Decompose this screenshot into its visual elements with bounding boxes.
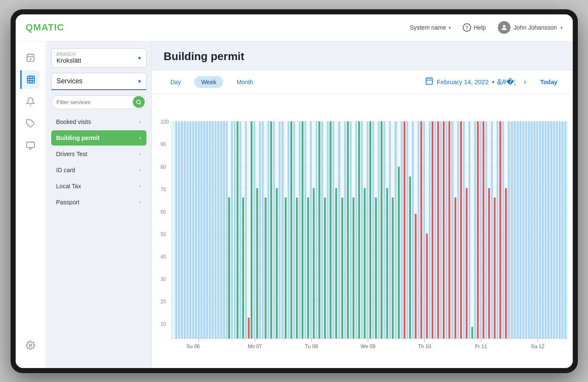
today-button[interactable]: Today — [537, 77, 560, 87]
branch-chevron-icon: ▾ — [138, 55, 141, 61]
svg-rect-65 — [234, 121, 235, 338]
branch-value: Krokslätt — [57, 57, 81, 64]
svg-rect-106 — [344, 121, 345, 338]
svg-rect-149 — [460, 121, 461, 338]
system-name-dropdown[interactable]: System name ▾ — [410, 24, 451, 31]
svg-rect-45 — [181, 121, 182, 338]
svg-rect-152 — [468, 121, 470, 338]
svg-rect-78 — [270, 121, 272, 338]
svg-rect-113 — [364, 188, 365, 338]
service-item-id-card[interactable]: ID card › — [51, 162, 146, 178]
user-menu[interactable]: John Johansson ▾ — [498, 21, 563, 34]
service-item-drivers-test[interactable]: Drivers Test › — [51, 146, 146, 162]
service-item-passport[interactable]: Passport › — [51, 195, 146, 210]
svg-rect-176 — [533, 121, 535, 338]
filter-search-button[interactable] — [133, 96, 145, 108]
svg-rect-142 — [442, 121, 444, 338]
svg-text:40: 40 — [160, 253, 166, 259]
svg-rect-168 — [511, 121, 513, 338]
svg-rect-138 — [431, 121, 433, 338]
svg-line-16 — [140, 103, 141, 104]
svg-text:Tu 08: Tu 08 — [305, 343, 318, 349]
branch-dropdown[interactable]: Branch Krokslätt ▾ — [51, 48, 146, 68]
calendar-icon — [425, 77, 433, 87]
service-label: Booked visits — [56, 118, 91, 125]
branch-label: Branch — [57, 52, 81, 57]
svg-rect-181 — [547, 121, 549, 338]
sidebar-item-bell[interactable] — [21, 92, 40, 111]
help-button[interactable]: ? Help — [463, 23, 486, 32]
sidebar-item-charts[interactable] — [20, 70, 40, 89]
svg-rect-97 — [321, 121, 323, 338]
service-chevron-icon: › — [140, 199, 141, 205]
svg-rect-95 — [315, 121, 317, 338]
svg-rect-170 — [516, 121, 518, 338]
sidebar-item-monitor[interactable] — [21, 136, 40, 155]
svg-rect-180 — [544, 121, 546, 338]
svg-rect-91 — [304, 121, 306, 338]
svg-rect-163 — [499, 121, 501, 338]
svg-rect-84 — [284, 197, 286, 338]
svg-rect-131 — [412, 121, 414, 338]
svg-rect-186 — [561, 121, 563, 338]
svg-rect-125 — [397, 121, 453, 338]
svg-rect-109 — [352, 197, 354, 338]
svg-rect-120 — [383, 121, 385, 338]
svg-rect-17 — [426, 78, 432, 84]
svg-rect-96 — [318, 121, 320, 338]
svg-rect-60 — [223, 121, 224, 338]
svg-rect-71 — [251, 121, 252, 338]
svg-rect-77 — [267, 121, 269, 338]
service-item-local-tax[interactable]: Local Tax › — [51, 179, 146, 194]
svg-rect-79 — [273, 121, 275, 338]
service-chevron-icon: › — [140, 135, 141, 141]
svg-rect-156 — [480, 121, 481, 338]
svg-rect-133 — [417, 121, 419, 338]
sidebar-item-tag[interactable] — [21, 114, 40, 133]
svg-text:90: 90 — [160, 141, 166, 147]
svg-rect-166 — [508, 121, 509, 338]
svg-rect-101 — [332, 121, 334, 338]
svg-text:Fr 11: Fr 11 — [475, 343, 487, 349]
svg-rect-140 — [437, 121, 439, 338]
service-label: ID card — [56, 167, 75, 173]
prev-period-button[interactable]: &#�; — [500, 75, 513, 89]
sidebar-item-calendar-check[interactable] — [21, 48, 40, 67]
service-chevron-icon: › — [140, 151, 141, 157]
svg-rect-85 — [287, 121, 289, 338]
svg-rect-55 — [209, 121, 210, 338]
svg-rect-43 — [175, 121, 177, 338]
next-period-button[interactable]: › — [518, 75, 532, 89]
page-title: Building permit — [164, 50, 561, 63]
svg-rect-112 — [361, 121, 362, 338]
svg-rect-57 — [214, 121, 216, 338]
svg-rect-135 — [423, 121, 425, 338]
svg-rect-89 — [298, 121, 300, 338]
services-dropdown[interactable]: Services ▾ — [51, 73, 146, 90]
svg-rect-157 — [482, 121, 484, 338]
svg-rect-169 — [513, 121, 515, 338]
svg-point-0 — [503, 25, 505, 27]
tab-week[interactable]: Week — [194, 76, 223, 88]
svg-rect-52 — [200, 121, 202, 338]
service-item-booked-visits[interactable]: Booked visits › — [51, 114, 146, 129]
service-label: Building permit — [56, 135, 100, 141]
tab-day[interactable]: Day — [164, 76, 188, 88]
svg-rect-118 — [378, 121, 379, 338]
date-picker[interactable]: February 14, 2022 ▾ — [425, 77, 495, 87]
tab-month[interactable]: Month — [230, 76, 260, 88]
service-item-building-permit[interactable]: Building permit › — [51, 130, 146, 146]
svg-rect-136 — [426, 234, 428, 339]
svg-rect-70 — [248, 317, 249, 338]
svg-rect-83 — [284, 121, 340, 338]
filter-services-input[interactable] — [51, 95, 146, 109]
svg-rect-146 — [453, 121, 510, 338]
svg-rect-66 — [236, 121, 238, 338]
svg-rect-53 — [203, 121, 205, 338]
svg-rect-158 — [485, 121, 487, 338]
sidebar-item-settings[interactable] — [21, 336, 40, 355]
svg-rect-69 — [245, 121, 246, 338]
svg-rect-114 — [366, 121, 368, 338]
svg-rect-155 — [477, 121, 478, 338]
service-chevron-icon: › — [140, 183, 141, 189]
